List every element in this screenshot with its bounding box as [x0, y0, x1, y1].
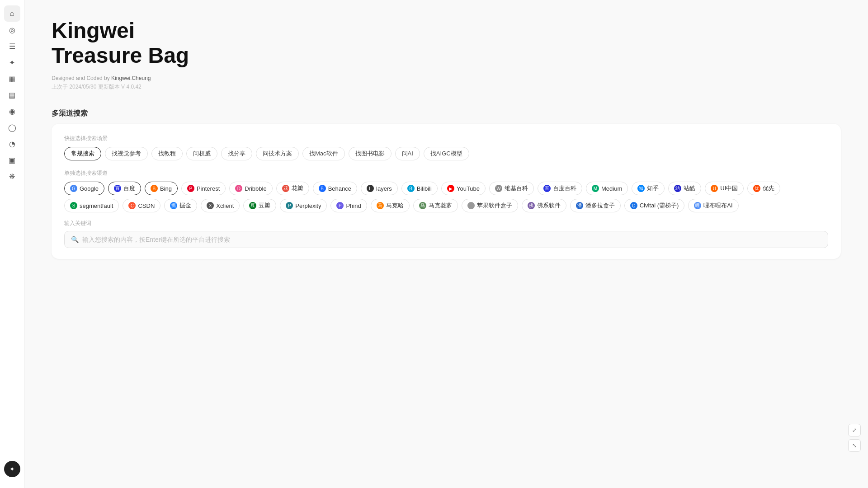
scenario-tag-aigc[interactable]: 找AIGC模型 — [424, 147, 469, 160]
author-name: Kingwei.Cheung — [111, 75, 151, 81]
channel-icon-youxian: 优 — [753, 185, 760, 192]
chat-icon[interactable]: ▣ — [4, 152, 20, 168]
channel-icon-dribbble: D — [235, 185, 242, 192]
channel-icon-youtube: ▶ — [447, 185, 454, 192]
channel-pill-perplexity[interactable]: PPerplexity — [280, 199, 327, 212]
channel-pill-zhihu[interactable]: 知知乎 — [632, 182, 665, 195]
channel-pill-medium[interactable]: MMedium — [586, 182, 628, 195]
scenario-tag-regular[interactable]: 常规搜索 — [64, 147, 101, 160]
channel-pill-behance[interactable]: BBehance — [313, 182, 357, 195]
channel-icon-fosui: 佛 — [528, 202, 535, 209]
channel-icon-hbhai: 哩 — [694, 202, 701, 209]
search-icon: 🔍 — [71, 236, 79, 243]
channel-pill-bilibili[interactable]: BBilibili — [401, 182, 438, 195]
channel-icon-mazhanba: 马 — [377, 202, 384, 209]
channel-pill-uichina[interactable]: UUI中国 — [705, 182, 744, 195]
channel-label-pinterest: Pinterest — [197, 185, 220, 192]
channel-pill-youtube[interactable]: ▶YouTube — [441, 182, 486, 195]
channel-pill-panduo[interactable]: 潘潘多拉盒子 — [570, 199, 621, 212]
channel-pill-mazhanba[interactable]: 马马克哈 — [371, 199, 410, 212]
channel-pill-pinterest[interactable]: PPinterest — [181, 182, 226, 195]
channel-pill-hbhai[interactable]: 哩哩布哩布AI — [688, 199, 738, 212]
scenario-tag-share[interactable]: 找分享 — [221, 147, 252, 160]
channel-pill-juejin[interactable]: 掘掘金 — [164, 199, 197, 212]
bulb-icon[interactable]: ◯ — [4, 119, 20, 136]
main-content: Kingwei Treasure Bag Designed and Coded … — [24, 0, 868, 488]
star-icon[interactable]: ✦ — [4, 54, 20, 70]
channel-pill-phind[interactable]: PPhind — [330, 199, 367, 212]
channel-label-panduo: 潘多拉盒子 — [585, 202, 615, 210]
channel-pill-dribbble[interactable]: DDribbble — [229, 182, 272, 195]
channel-icon-huaban: 花 — [282, 185, 289, 192]
channel-label-mazhanba: 马克哈 — [386, 202, 404, 210]
expand-button-2[interactable]: ⤡ — [848, 439, 861, 452]
home-icon[interactable]: ⌂ — [4, 5, 20, 22]
input-label: 输入关键词 — [64, 220, 828, 227]
channel-pill-apple[interactable]: 苹果软件盒子 — [462, 199, 518, 212]
channel-icon-perplexity: P — [286, 202, 293, 209]
channels-row: GGoogle百百度BBingPPinterestDDribbble花花瓣BBe… — [64, 182, 828, 212]
globe-icon[interactable]: ◉ — [4, 103, 20, 119]
channel-pill-makeling[interactable]: 马马克菱萝 — [413, 199, 458, 212]
scenario-tag-tutorial[interactable]: 找教程 — [151, 147, 183, 160]
chart-icon[interactable]: ◔ — [4, 136, 20, 152]
channel-pill-baidu[interactable]: 百百度 — [108, 182, 141, 195]
channel-label-fosui: 佛系软件 — [537, 202, 561, 210]
channel-icon-xclient: X — [207, 202, 214, 209]
compass-icon[interactable]: ◎ — [4, 22, 20, 38]
channel-pill-wikipedia[interactable]: W维基百科 — [489, 182, 534, 195]
scenario-tag-mac[interactable]: 找Mac软件 — [302, 147, 345, 160]
channel-label-xclient: Xclient — [216, 202, 234, 209]
channel-pill-bing[interactable]: BBing — [145, 182, 178, 195]
channel-label: 单独选择搜索渠道 — [64, 169, 828, 177]
channel-pill-segmentfault[interactable]: Ssegmentfault — [64, 199, 119, 212]
channel-icon-panduo: 潘 — [576, 202, 583, 209]
channel-icon-civital: C — [630, 202, 637, 209]
channel-icon-segmentfault: S — [70, 202, 77, 209]
section-title: 多渠道搜索 — [52, 109, 841, 118]
theme-toggle-button[interactable]: ✦ — [4, 461, 20, 477]
channel-icon-baidu: 百 — [114, 185, 121, 192]
channel-pill-civital[interactable]: CCivital (需梯子) — [624, 199, 685, 212]
channel-label-behance: Behance — [328, 185, 351, 192]
puzzle-icon[interactable]: ❋ — [4, 168, 20, 184]
search-input[interactable] — [82, 236, 821, 243]
channel-pill-huaban[interactable]: 花花瓣 — [276, 182, 309, 195]
scenario-tag-tech[interactable]: 问技术方案 — [256, 147, 299, 160]
channel-pill-baidubaike[interactable]: 百百度百科 — [538, 182, 582, 195]
channel-pill-fosui[interactable]: 佛佛系软件 — [522, 199, 566, 212]
channel-icon-csdn: C — [128, 202, 136, 209]
channel-label-wikipedia: 维基百科 — [505, 184, 528, 192]
channel-pill-google[interactable]: GGoogle — [64, 182, 104, 195]
channel-pill-xclient[interactable]: XXclient — [201, 199, 240, 212]
scenario-tag-book[interactable]: 找图书电影 — [349, 147, 392, 160]
scenario-tags: 常规搜索找视觉参考找教程问权威找分享问技术方案找Mac软件找图书电影问AI找AI… — [64, 147, 828, 160]
channel-icon-bing: B — [151, 185, 158, 192]
channel-icon-baidubaike: 百 — [543, 185, 551, 192]
channel-label-baidu: 百度 — [123, 184, 135, 192]
version-info: 上次于 2024/05/30 更新版本 V 4.0.42 — [52, 83, 841, 91]
channel-pill-layers[interactable]: Llayers — [361, 182, 398, 195]
channel-icon-behance: B — [319, 185, 326, 192]
expand-button-1[interactable]: ⤢ — [848, 424, 861, 436]
channel-icon-uichina: U — [711, 185, 718, 192]
grid-icon[interactable]: ▦ — [4, 70, 20, 87]
doc-icon[interactable]: ▤ — [4, 87, 20, 103]
channel-icon-pinterest: P — [187, 185, 194, 192]
list-icon[interactable]: ☰ — [4, 38, 20, 54]
channel-label-huaban: 花瓣 — [292, 184, 303, 192]
channel-pill-csdn[interactable]: CCSDN — [123, 199, 160, 212]
channel-icon-zhan: 站 — [674, 185, 681, 192]
scenario-tag-ai[interactable]: 问AI — [395, 147, 420, 160]
scenario-tag-authority[interactable]: 问权威 — [186, 147, 217, 160]
channel-icon-medium: M — [592, 185, 599, 192]
scenario-label: 快捷选择搜索场景 — [64, 135, 828, 142]
channel-pill-douban[interactable]: 豆豆瓣 — [243, 199, 276, 212]
channel-label-google: Google — [80, 185, 99, 192]
channel-icon-layers: L — [367, 185, 374, 192]
channel-label-civital: Civital (需梯子) — [640, 202, 679, 210]
channel-pill-zhan[interactable]: 站站酷 — [668, 182, 701, 195]
channel-pill-youxian[interactable]: 优优先 — [747, 182, 780, 195]
scenario-tag-visual[interactable]: 找视觉参考 — [105, 147, 148, 160]
channel-icon-douban: 豆 — [249, 202, 256, 209]
